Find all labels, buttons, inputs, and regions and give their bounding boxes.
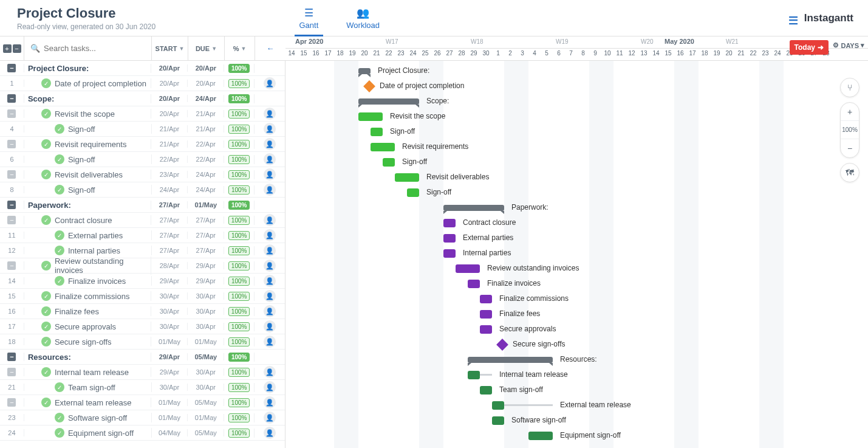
collapse-toggle[interactable]: −: [7, 353, 16, 361]
task-bar[interactable]: [528, 432, 553, 440]
assignee-avatar[interactable]: 👤: [264, 184, 276, 196]
task-row[interactable]: 15✓Finalize commissions30/Apr30/Apr100%👤: [0, 289, 285, 304]
assignee-avatar[interactable]: 👤: [264, 412, 276, 424]
collapse-toggle[interactable]: −: [7, 94, 16, 103]
assignee-avatar[interactable]: 👤: [264, 320, 276, 333]
task-bar[interactable]: [443, 234, 456, 243]
assignee-avatar[interactable]: 👤: [264, 214, 276, 226]
milestone[interactable]: [496, 339, 508, 351]
assignee-avatar[interactable]: 👤: [264, 153, 276, 165]
assignee-avatar[interactable]: 👤: [264, 336, 276, 348]
task-bar[interactable]: [492, 416, 504, 425]
section-bar[interactable]: [358, 98, 419, 105]
task-row[interactable]: −✓Contract closure27/Apr27/Apr100%👤: [0, 213, 285, 228]
section-bar[interactable]: [468, 357, 553, 363]
zoom-in-button[interactable]: +: [840, 103, 859, 121]
task-bar[interactable]: [407, 188, 419, 197]
task-bar[interactable]: [443, 219, 456, 227]
col-header-due[interactable]: DUE▼: [188, 36, 225, 60]
minimap-button[interactable]: 🗺: [840, 163, 859, 182]
assignee-avatar[interactable]: 👤: [264, 229, 276, 241]
task-row[interactable]: −Scope:20/Apr24/Apr100%: [0, 91, 285, 106]
task-row[interactable]: 1✓Date of project completion20/Apr20/Apr…: [0, 76, 285, 91]
search-input[interactable]: [44, 44, 146, 53]
collapse-toggle[interactable]: −: [7, 140, 16, 148]
task-bar[interactable]: [371, 143, 395, 151]
task-bar[interactable]: [468, 280, 480, 288]
gantt-chart[interactable]: Project Closure:Date of project completi…: [285, 61, 868, 448]
task-row[interactable]: 11✓External parties27/Apr27/Apr100%👤: [0, 228, 285, 243]
task-row[interactable]: 4✓Sign-off21/Apr21/Apr100%👤: [0, 122, 285, 137]
collapse-toggle[interactable]: −: [7, 64, 16, 72]
collapse-toggle[interactable]: −: [7, 216, 16, 224]
task-row[interactable]: −✓Revisit deliverables23/Apr24/Apr100%👤: [0, 167, 285, 182]
collapse-toggle[interactable]: −: [7, 398, 16, 407]
collapse-all-button[interactable]: −: [13, 44, 21, 53]
task-row[interactable]: −✓Revisit the scope20/Apr21/Apr100%👤: [0, 106, 285, 122]
expand-all-button[interactable]: +: [3, 44, 12, 53]
tab-workload[interactable]: 👥 Workload: [341, 0, 384, 36]
assignee-avatar[interactable]: 👤: [264, 366, 276, 378]
collapse-toggle[interactable]: −: [7, 368, 16, 376]
task-row[interactable]: −✓Revisit requirements21/Apr22/Apr100%👤: [0, 137, 285, 152]
collapse-toggle[interactable]: −: [7, 201, 16, 209]
task-row[interactable]: −Project Closure:20/Apr20/Apr100%: [0, 61, 285, 76]
due-date: 30/Apr: [188, 384, 224, 391]
collapse-toggle[interactable]: −: [7, 261, 16, 270]
task-row[interactable]: −Paperwork:27/Apr01/May100%: [0, 198, 285, 213]
task-row[interactable]: −✓Internal team release29/Apr30/Apr100%👤: [0, 365, 285, 380]
tab-gantt[interactable]: ☰ Gantt: [295, 0, 324, 36]
task-row[interactable]: 16✓Finalize fees30/Apr30/Apr100%👤: [0, 304, 285, 319]
task-row[interactable]: 6✓Sign-off22/Apr22/Apr100%👤: [0, 152, 285, 167]
task-bar[interactable]: [371, 128, 383, 136]
task-row[interactable]: −Resources:29/Apr05/May100%: [0, 350, 285, 365]
assignee-avatar[interactable]: 👤: [264, 77, 276, 89]
task-row[interactable]: 21✓Team sign-off30/Apr30/Apr100%👤: [0, 380, 285, 395]
today-button[interactable]: Today ➜: [790, 40, 829, 55]
assignee-avatar[interactable]: 👤: [264, 260, 276, 272]
task-bar[interactable]: [468, 371, 480, 379]
col-header-start[interactable]: START▼: [152, 36, 188, 60]
task-row[interactable]: 8✓Sign-off24/Apr24/Apr100%👤: [0, 182, 285, 198]
task-row[interactable]: −✓Review outstanding invoices28/Apr29/Ap…: [0, 258, 285, 274]
task-bar[interactable]: [395, 173, 419, 182]
collapse-toggle[interactable]: −: [7, 109, 16, 118]
section-bar[interactable]: [443, 205, 504, 211]
task-row[interactable]: −✓External team release01/May05/May100%👤: [0, 395, 285, 410]
section-bar[interactable]: [358, 68, 371, 74]
assignee-avatar[interactable]: 👤: [264, 275, 276, 287]
assignee-avatar[interactable]: 👤: [264, 168, 276, 181]
assignee-avatar[interactable]: 👤: [264, 138, 276, 150]
task-row[interactable]: 23✓Software sign-off01/May01/May100%👤: [0, 410, 285, 426]
col-header-pct[interactable]: %▼: [225, 36, 255, 60]
task-row[interactable]: 24✓Equipment sign-off04/May05/May100%👤: [0, 426, 285, 441]
task-bar[interactable]: [456, 264, 480, 273]
dependencies-button[interactable]: ⑂: [840, 78, 859, 97]
task-bar[interactable]: [480, 386, 492, 395]
collapse-panel-button[interactable]: ←: [255, 36, 285, 60]
task-bar[interactable]: [443, 249, 456, 258]
scale-selector[interactable]: ⚙ DAYS ▾: [833, 41, 864, 49]
timeline-header: Apr 2020May 2020W17W18W19W20W21 14151617…: [285, 36, 868, 60]
task-row[interactable]: 18✓Secure sign-offs01/May01/May100%👤: [0, 334, 285, 350]
milestone[interactable]: [363, 80, 375, 92]
assignee-avatar[interactable]: 👤: [264, 244, 276, 257]
task-bar[interactable]: [480, 295, 492, 303]
assignee-avatar[interactable]: 👤: [264, 108, 276, 120]
zoom-out-button[interactable]: −: [840, 139, 859, 157]
assignee-avatar[interactable]: 👤: [264, 290, 276, 302]
task-bar[interactable]: [480, 325, 492, 334]
task-bar[interactable]: [480, 310, 492, 319]
task-row[interactable]: 14✓Finalize invoices29/Apr29/Apr100%👤: [0, 274, 285, 289]
task-bar[interactable]: [492, 401, 504, 410]
assignee-avatar[interactable]: 👤: [264, 396, 276, 408]
task-bar[interactable]: [383, 158, 395, 167]
zoom-level[interactable]: 100%: [840, 121, 859, 139]
assignee-avatar[interactable]: 👤: [264, 305, 276, 317]
assignee-avatar[interactable]: 👤: [264, 427, 276, 439]
assignee-avatar[interactable]: 👤: [264, 123, 276, 135]
collapse-toggle[interactable]: −: [7, 170, 16, 179]
task-bar[interactable]: [358, 112, 383, 121]
assignee-avatar[interactable]: 👤: [264, 381, 276, 393]
task-row[interactable]: 17✓Secure approvals30/Apr30/Apr100%👤: [0, 319, 285, 334]
